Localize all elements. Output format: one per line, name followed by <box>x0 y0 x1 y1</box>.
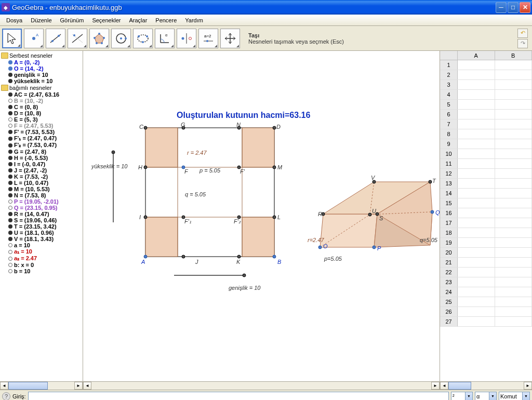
cell[interactable] <box>495 317 533 326</box>
algebra-item[interactable]: H = (-0, 5.53) <box>1 155 82 161</box>
algebra-item[interactable]: L = (10, 0.47) <box>1 180 82 186</box>
cell[interactable] <box>495 80 533 89</box>
algebra-item[interactable]: F'₁ = (2.47, 0.47) <box>1 135 82 142</box>
minimize-button[interactable]: ─ <box>496 2 507 13</box>
menu-gorunum[interactable]: Görünüm <box>56 16 88 24</box>
cell[interactable] <box>495 307 533 316</box>
cell[interactable] <box>458 248 495 257</box>
tool-move[interactable] <box>2 29 22 48</box>
col-header-A[interactable]: A <box>458 51 495 60</box>
tool-slider[interactable]: a=2 <box>198 29 218 48</box>
scroll-left-button[interactable]: ◄ <box>0 382 8 390</box>
undo-button[interactable]: ↶ <box>517 29 528 38</box>
algebra-item[interactable]: C = (0, 8) <box>1 104 82 110</box>
point-U[interactable] <box>368 213 372 217</box>
cell[interactable] <box>458 60 495 70</box>
cell[interactable] <box>495 268 533 277</box>
cell[interactable] <box>458 307 495 316</box>
cell[interactable] <box>495 129 533 139</box>
visibility-bullet[interactable] <box>8 150 12 154</box>
algebra-item[interactable]: M = (10, 5.53) <box>1 186 82 192</box>
cell[interactable] <box>495 208 533 218</box>
cell[interactable] <box>458 70 495 79</box>
menu-duzenle[interactable]: Düzenle <box>26 16 56 24</box>
cell[interactable] <box>495 238 533 247</box>
tool-point[interactable]: A <box>24 29 44 48</box>
tool-move-view[interactable] <box>220 29 240 48</box>
visibility-bullet[interactable] <box>8 130 12 134</box>
spreadsheet-body[interactable]: 1234567891011121314151617181920212223242… <box>440 60 532 381</box>
visibility-bullet[interactable] <box>8 243 12 247</box>
cell[interactable] <box>458 198 495 208</box>
algebra-item[interactable]: yükseklik = 10 <box>1 78 82 84</box>
cell[interactable] <box>458 258 495 267</box>
cell[interactable] <box>495 110 533 119</box>
visibility-bullet[interactable] <box>8 263 12 267</box>
drawing-canvas[interactable]: Oluşturulan kutunun hacmi=63.16 <box>83 51 440 381</box>
algebra-item[interactable]: F' = (7.53, 5.53) <box>1 129 82 135</box>
cell[interactable] <box>458 149 495 158</box>
cell[interactable] <box>458 80 495 89</box>
visibility-bullet[interactable] <box>8 117 12 122</box>
cell[interactable] <box>495 60 533 70</box>
cell[interactable] <box>458 268 495 277</box>
cell[interactable] <box>495 287 533 297</box>
algebra-item[interactable]: a = 10 <box>1 242 82 248</box>
visibility-bullet[interactable] <box>8 212 12 216</box>
cell[interactable] <box>495 228 533 237</box>
point-Q[interactable] <box>431 210 434 214</box>
scroll-right-button[interactable]: ► <box>74 382 83 390</box>
visibility-bullet[interactable] <box>8 193 12 197</box>
visibility-bullet[interactable] <box>8 79 12 83</box>
slider-genislik-handle[interactable] <box>243 274 246 277</box>
cell[interactable] <box>458 139 495 149</box>
algebra-item[interactable]: F = (2.47, 5.53) <box>1 123 82 129</box>
cell[interactable] <box>458 277 495 287</box>
drawing-panel[interactable]: Oluşturulan kutunun hacmi=63.16 <box>83 51 440 390</box>
visibility-bullet[interactable] <box>8 231 12 235</box>
tool-line[interactable] <box>46 29 65 48</box>
cell[interactable] <box>495 277 533 287</box>
algebra-item[interactable]: J = (2.47, -2) <box>1 167 82 174</box>
algebra-item[interactable]: U = (18.1, 0.96) <box>1 230 82 236</box>
spreadsheet-scrollbar-h[interactable]: ◄► <box>440 381 532 390</box>
cell[interactable] <box>495 297 533 306</box>
cell[interactable] <box>495 169 533 178</box>
algebra-item[interactable]: P = (19.05, -2.01) <box>1 198 82 205</box>
visibility-bullet[interactable] <box>8 168 12 172</box>
visibility-bullet[interactable] <box>8 237 12 241</box>
visibility-bullet[interactable] <box>8 143 12 148</box>
tool-reflect[interactable] <box>177 29 196 48</box>
menu-pencere[interactable]: Pencere <box>151 16 181 24</box>
point-D[interactable] <box>273 126 276 130</box>
cell[interactable] <box>495 258 533 267</box>
point-I[interactable] <box>144 216 148 219</box>
cell[interactable] <box>495 189 533 198</box>
point-H[interactable] <box>144 166 148 169</box>
tool-polygon[interactable] <box>89 29 109 48</box>
algebra-item[interactable]: S = (19.06, 0.46) <box>1 217 82 223</box>
cell[interactable] <box>458 119 495 129</box>
visibility-bullet[interactable] <box>8 257 12 261</box>
algebra-item[interactable]: a₁ = 10 <box>1 248 82 255</box>
cell[interactable] <box>458 238 495 247</box>
cell[interactable] <box>458 317 495 326</box>
point-S[interactable] <box>376 212 379 216</box>
visibility-bullet[interactable] <box>8 99 12 103</box>
cell[interactable] <box>495 119 533 129</box>
algebra-item[interactable]: V = (18.1, 3.43) <box>1 236 82 242</box>
cell[interactable] <box>458 179 495 188</box>
algebra-item[interactable]: Q = (23.15, 0.95) <box>1 205 82 211</box>
point-C[interactable] <box>144 126 148 130</box>
point-L[interactable] <box>273 216 276 219</box>
algebra-item[interactable]: b = 10 <box>1 268 82 274</box>
close-button[interactable]: ✕ <box>520 2 530 13</box>
algebra-scrollbar-h[interactable]: ◄ ► <box>0 381 83 390</box>
algebra-item[interactable]: AC = (2.47, 63.16 <box>1 91 82 98</box>
command-combo[interactable]: Komut ...▼ <box>499 392 530 401</box>
visibility-bullet[interactable] <box>8 175 12 179</box>
algebra-item[interactable]: D = (10, 8) <box>1 110 82 116</box>
help-icon[interactable]: ? <box>2 392 10 401</box>
point-B[interactable] <box>273 255 276 259</box>
algebra-item[interactable]: O = (14, -2) <box>1 65 82 72</box>
